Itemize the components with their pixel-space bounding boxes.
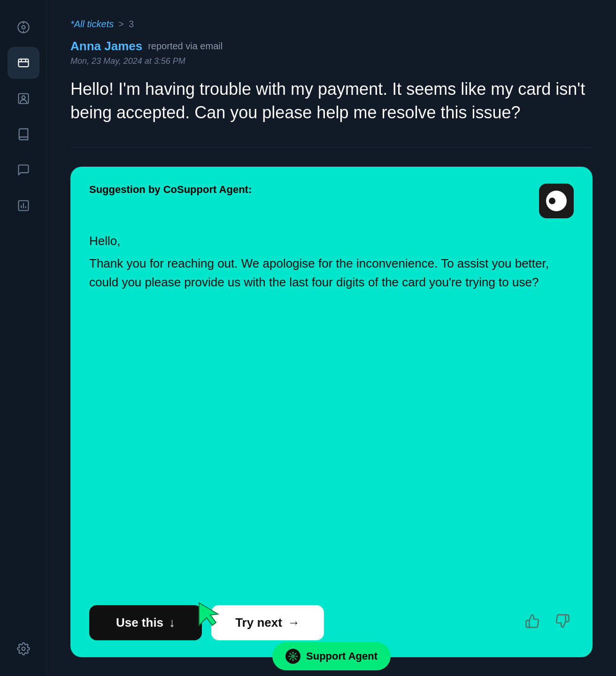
sidebar	[0, 0, 47, 676]
ticket-date: Mon, 23 May, 2024 at 3:56 PM	[70, 56, 593, 66]
breadcrumb: *All tickets > 3	[70, 19, 593, 30]
breadcrumb-number: 3	[129, 19, 134, 30]
use-this-icon: ↓	[169, 615, 175, 630]
try-next-button[interactable]: Try next →	[211, 605, 324, 640]
thumbs-up-button[interactable]	[521, 610, 544, 636]
sidebar-item-tickets[interactable]	[8, 47, 39, 79]
sidebar-item-contacts[interactable]	[8, 83, 39, 115]
cosupport-logo-icon	[546, 191, 567, 211]
ticket-meta: Anna James reported via email	[70, 39, 593, 54]
sidebar-item-reports[interactable]	[8, 190, 39, 222]
suggestion-text: Thank you for reaching out. We apologise…	[89, 254, 574, 292]
suggestion-header: Suggestion by CoSupport Agent:	[89, 184, 574, 218]
use-this-label: Use this	[116, 615, 163, 630]
badge-icon	[285, 649, 300, 664]
svg-point-9	[22, 96, 25, 99]
cursor-arrow	[197, 601, 220, 629]
suggestion-title: Suggestion by CoSupport Agent:	[89, 184, 252, 196]
action-bar: Use this ↓ Try next →	[89, 605, 574, 640]
ticket-via: reported via email	[148, 41, 223, 52]
svg-rect-4	[18, 59, 28, 67]
sidebar-item-settings[interactable]	[8, 633, 39, 665]
main-content: *All tickets > 3 Anna James reported via…	[47, 0, 616, 676]
vote-buttons	[521, 610, 574, 636]
badge-label: Support Agent	[306, 650, 377, 662]
try-next-label: Try next	[235, 615, 282, 630]
sidebar-item-conversations[interactable]	[8, 154, 39, 186]
suggestion-card: Suggestion by CoSupport Agent: Hello, Th…	[70, 167, 593, 657]
svg-point-16	[292, 655, 294, 658]
ticket-message: Hello! I'm having trouble with my paymen…	[70, 77, 593, 125]
use-this-button[interactable]: Use this ↓	[89, 605, 202, 640]
svg-point-14	[22, 647, 25, 651]
breadcrumb-link[interactable]: *All tickets	[70, 19, 114, 30]
suggestion-greeting: Hello,	[89, 231, 574, 250]
cosupport-logo	[539, 184, 574, 218]
try-next-icon: →	[288, 615, 300, 630]
ticket-author: Anna James	[70, 39, 142, 54]
support-agent-badge: Support Agent	[272, 642, 391, 670]
svg-marker-15	[199, 603, 218, 625]
sidebar-item-knowledge[interactable]	[8, 118, 39, 150]
breadcrumb-separator: >	[118, 19, 124, 30]
svg-point-1	[22, 26, 25, 29]
ticket-header: Anna James reported via email Mon, 23 Ma…	[70, 39, 593, 66]
divider	[70, 147, 593, 148]
suggestion-body: Hello, Thank you for reaching out. We ap…	[89, 231, 574, 292]
sidebar-item-dashboard[interactable]	[8, 11, 39, 43]
thumbs-down-button[interactable]	[551, 610, 574, 636]
